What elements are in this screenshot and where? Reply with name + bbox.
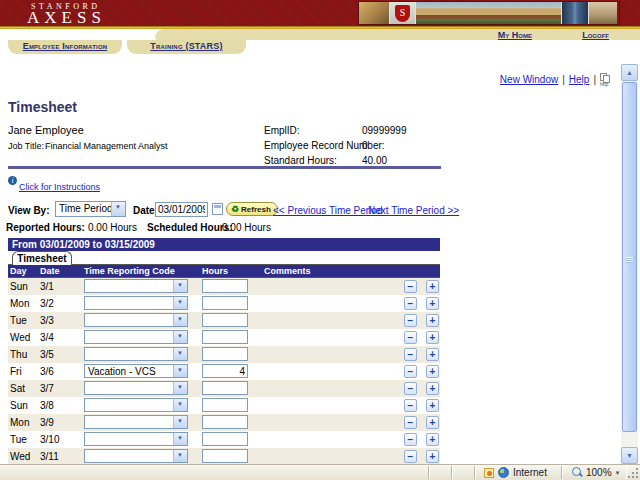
hours-input[interactable]: [202, 398, 248, 412]
job-title-label: Job Title:: [8, 141, 44, 151]
delete-row-button[interactable]: −: [404, 382, 417, 395]
delete-row-button[interactable]: −: [404, 348, 417, 361]
scrollbar-thumb[interactable]: [622, 82, 637, 432]
copy-url-icon[interactable]: http: [600, 73, 612, 85]
time-reporting-code-select[interactable]: [84, 415, 188, 429]
hours-input[interactable]: [202, 313, 248, 327]
hours-input[interactable]: [202, 279, 248, 293]
scroll-up-button[interactable]: ▲: [621, 64, 638, 81]
nav-tab-label: Employee Information: [23, 41, 108, 51]
delete-row-button[interactable]: −: [404, 365, 417, 378]
grid-column-header: Day Date Time Reporting Code Hours Comme…: [8, 265, 440, 277]
nav-tab-employee-information[interactable]: Employee Information: [8, 40, 122, 54]
resize-grip[interactable]: [626, 466, 639, 479]
grid-tab-timesheet[interactable]: Timesheet: [12, 251, 72, 265]
row-day-label: Wed: [10, 332, 30, 343]
date-input[interactable]: [155, 202, 208, 217]
add-row-button[interactable]: +: [426, 297, 439, 310]
standard-hours-label: Standard Hours:: [264, 155, 337, 166]
view-by-select[interactable]: Time Period: [55, 201, 126, 217]
timesheet-row: Sun 3/8 − +: [8, 397, 440, 414]
delete-row-button[interactable]: −: [404, 450, 417, 463]
delete-row-button[interactable]: −: [404, 416, 417, 429]
row-date-label: 3/5: [40, 349, 54, 360]
nav-tab-training-stars[interactable]: Training (STARS): [127, 40, 246, 54]
time-reporting-code-select[interactable]: [84, 347, 188, 361]
new-window-link[interactable]: New Window: [500, 74, 558, 85]
add-row-button[interactable]: +: [426, 331, 439, 344]
hours-input[interactable]: [202, 347, 248, 361]
zoom-level: 100%: [586, 467, 612, 478]
stanford-axess-logo: STANFORD AXESS: [27, 2, 106, 25]
add-row-button[interactable]: +: [426, 348, 439, 361]
campus-photo-panorama: [415, 2, 561, 24]
view-by-value: Time Period: [59, 203, 113, 214]
hours-input[interactable]: [202, 296, 248, 310]
add-row-button[interactable]: +: [426, 382, 439, 395]
add-row-button[interactable]: +: [426, 314, 439, 327]
employee-record-value: 0: [362, 140, 368, 151]
masthead: STANFORD AXESS: [0, 0, 640, 26]
add-row-button[interactable]: +: [426, 280, 439, 293]
emplid-label: EmplID:: [264, 125, 300, 136]
next-time-period-link[interactable]: Next Time Period >>: [368, 205, 459, 216]
delete-row-button[interactable]: −: [404, 399, 417, 412]
hours-input[interactable]: [202, 415, 248, 429]
add-row-button[interactable]: +: [426, 416, 439, 429]
timesheet-row: Sat 3/7 − +: [8, 380, 440, 397]
timesheet-row: Tue 3/3 − +: [8, 312, 440, 329]
reported-hours-label: Reported Hours:: [6, 222, 85, 233]
internet-globe-icon: [498, 467, 509, 478]
time-reporting-code-select[interactable]: [84, 381, 188, 395]
status-zoom-segment[interactable]: 100% ▼: [562, 466, 626, 479]
chevron-down-icon: [173, 348, 187, 360]
row-day-label: Fri: [10, 366, 22, 377]
scheduled-hours-value: 0.00 Hours: [222, 222, 271, 233]
hours-input[interactable]: [202, 330, 248, 344]
link-separator: |: [562, 74, 565, 85]
status-segment: [453, 466, 475, 479]
row-date-label: 3/3: [40, 315, 54, 326]
time-reporting-code-select[interactable]: [84, 432, 188, 446]
row-day-label: Sun: [10, 400, 28, 411]
add-row-button[interactable]: +: [426, 450, 439, 463]
previous-time-period-link[interactable]: << Previous Time Period: [273, 205, 383, 216]
browser-status-bar: Internet 100% ▼: [0, 464, 640, 480]
zoom-caret-icon[interactable]: ▼: [615, 470, 621, 476]
time-reporting-code-select[interactable]: [84, 313, 188, 327]
status-segment: [0, 466, 429, 479]
row-day-label: Wed: [10, 451, 30, 462]
hours-input[interactable]: [202, 432, 248, 446]
hours-input[interactable]: [202, 449, 248, 463]
time-reporting-code-select[interactable]: Vacation - VCS: [84, 364, 188, 378]
help-link[interactable]: Help: [569, 74, 590, 85]
delete-row-button[interactable]: −: [404, 331, 417, 344]
click-for-instructions-link[interactable]: Click for Instructions: [19, 182, 100, 192]
scroll-down-button[interactable]: ▼: [621, 447, 638, 464]
my-home-link[interactable]: My Home: [498, 30, 532, 40]
logoff-link[interactable]: Logoff: [582, 30, 609, 40]
delete-row-button[interactable]: −: [404, 297, 417, 310]
refresh-button[interactable]: Refresh: [226, 202, 278, 216]
delete-row-button[interactable]: −: [404, 280, 417, 293]
utility-bar: My Home Logoff: [155, 29, 640, 40]
vertical-scrollbar[interactable]: ▲ ▼: [621, 64, 638, 464]
stanford-shield-icon: [395, 5, 410, 22]
calendar-prompt-icon[interactable]: [212, 203, 223, 215]
delete-row-button[interactable]: −: [404, 314, 417, 327]
time-reporting-code-select[interactable]: [84, 330, 188, 344]
time-reporting-code-select[interactable]: [84, 449, 188, 463]
add-row-button[interactable]: +: [426, 365, 439, 378]
time-reporting-code-select[interactable]: [84, 279, 188, 293]
add-row-button[interactable]: +: [426, 399, 439, 412]
hours-input[interactable]: [202, 381, 248, 395]
chevron-down-icon: [173, 331, 187, 343]
row-date-label: 3/10: [40, 434, 59, 445]
time-reporting-code-select[interactable]: [84, 296, 188, 310]
time-reporting-code-select[interactable]: [84, 398, 188, 412]
add-row-button[interactable]: +: [426, 433, 439, 446]
row-day-label: Sun: [10, 281, 28, 292]
delete-row-button[interactable]: −: [404, 433, 417, 446]
hours-input[interactable]: [202, 364, 248, 378]
campus-photo-2: [389, 2, 415, 24]
